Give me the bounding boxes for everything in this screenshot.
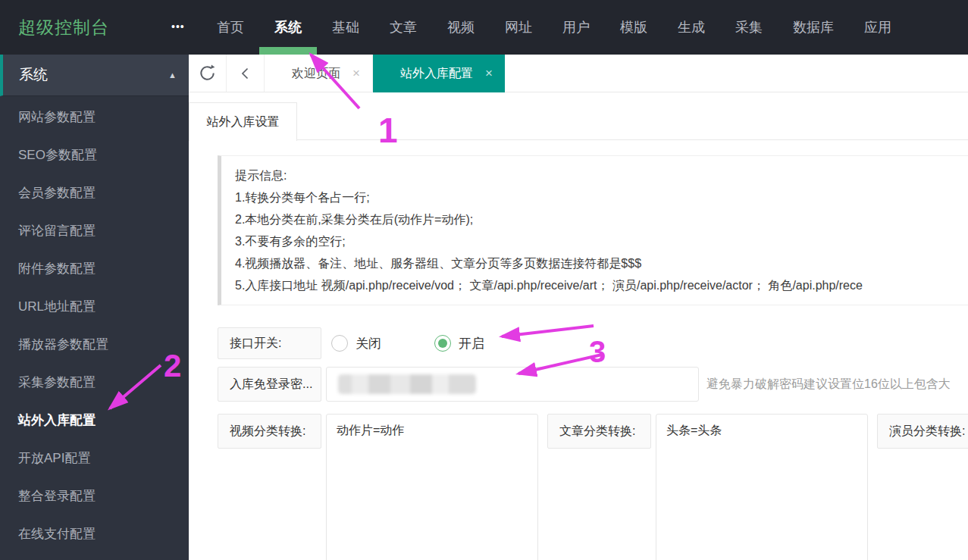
blurred-password-value xyxy=(338,374,476,394)
window-tab-label: 站外入库配置 xyxy=(400,66,473,82)
sidebar-item[interactable]: 附件参数配置 xyxy=(0,250,189,288)
top-nav-item[interactable]: 生成 xyxy=(663,0,720,55)
top-nav-item[interactable]: 基础 xyxy=(317,0,374,55)
chevron-left-icon xyxy=(238,66,253,81)
top-nav-item[interactable]: 模版 xyxy=(605,0,663,55)
top-nav-item[interactable]: 网址 xyxy=(490,0,547,55)
radio-off-label: 关闭 xyxy=(356,335,381,352)
sidebar: 系统 ▲ 网站参数配置 SEO参数配置 会员参数配置 评论留言配置 附件参数配置… xyxy=(0,55,189,560)
sidebar-item[interactable]: 网站参数配置 xyxy=(0,99,189,136)
category-convert-textarea[interactable]: 头条=头条 xyxy=(656,414,868,560)
sidebar-item[interactable]: 站外入库配置 xyxy=(0,402,189,440)
app-logo: 超级控制台 xyxy=(18,0,109,55)
nav-more-toggle[interactable]: ••• xyxy=(171,0,185,55)
sidebar-group-header[interactable]: 系统 ▲ xyxy=(0,55,189,96)
sidebar-item[interactable]: 播放器参数配置 xyxy=(0,326,189,364)
main-content: 站外入库设置 提示信息: 1.转换分类每个各占一行; 2.本地分类在前,采集分类… xyxy=(189,92,968,560)
sidebar-menu: 网站参数配置 SEO参数配置 会员参数配置 评论留言配置 附件参数配置 URL地… xyxy=(0,96,189,553)
sidebar-item[interactable]: SEO参数配置 xyxy=(0,136,189,174)
top-nav-item[interactable]: 首页 xyxy=(202,0,259,55)
window-tabbar: 欢迎页面 × 站外入库配置 × xyxy=(189,55,968,92)
api-switch-radios: 关闭 开启 xyxy=(331,327,484,359)
window-tabs: 欢迎页面 × 站外入库配置 × xyxy=(265,55,505,92)
refresh-button[interactable] xyxy=(189,55,227,92)
radio-on-label: 开启 xyxy=(459,335,484,352)
sidebar-item[interactable]: 整合登录配置 xyxy=(0,477,189,515)
api-switch-label: 接口开关: xyxy=(218,327,321,359)
category-convert-label: 演员分类转换: xyxy=(877,414,968,449)
notice-line: 4.视频播放器、备注、地址、服务器组、文章分页等多页数据连接符都是$$$ xyxy=(235,252,968,274)
radio-off-circle xyxy=(331,335,348,352)
sidebar-group-title: 系统 xyxy=(3,65,168,85)
password-input[interactable] xyxy=(326,367,699,402)
top-nav-item[interactable]: 应用 xyxy=(849,0,907,55)
sidebar-item[interactable]: URL地址配置 xyxy=(0,288,189,326)
radio-on[interactable]: 开启 xyxy=(434,335,484,352)
collapse-caret-icon: ▲ xyxy=(168,70,189,80)
radio-on-circle xyxy=(434,335,451,352)
refresh-icon xyxy=(197,63,218,83)
notice-title: 提示信息: xyxy=(235,164,968,186)
category-convert-label: 视频分类转换: xyxy=(218,414,321,449)
tab-site-external-settings[interactable]: 站外入库设置 xyxy=(189,102,297,141)
window-tab-label: 欢迎页面 xyxy=(292,66,340,82)
top-nav-menu: 首页 系统 基础 文章 视频 网址 用户 模版 生成 采集 数据库 应用 xyxy=(202,0,907,55)
sidebar-item[interactable]: 评论留言配置 xyxy=(0,212,189,250)
radio-off[interactable]: 关闭 xyxy=(331,335,381,352)
notice-line: 2.本地分类在前,采集分类在后(动作片=动作); xyxy=(235,208,968,230)
sidebar-item[interactable]: 在线支付配置 xyxy=(0,515,189,553)
password-label: 入库免登录密... xyxy=(218,367,321,402)
notice-lines: 1.转换分类每个各占一行; 2.本地分类在前,采集分类在后(动作片=动作); 3… xyxy=(235,186,968,296)
window-tab[interactable]: 欢迎页面 × xyxy=(265,55,373,92)
sidebar-item[interactable]: 开放API配置 xyxy=(0,440,189,477)
top-nav-item[interactable]: 系统 xyxy=(259,0,317,55)
category-convert-group: 文章分类转换: 头条=头条 xyxy=(547,414,868,560)
sidebar-item[interactable]: 会员参数配置 xyxy=(0,174,189,212)
top-nav-item[interactable]: 采集 xyxy=(720,0,778,55)
notice-line: 5.入库接口地址 视频/api.php/receive/vod； 文章/api.… xyxy=(235,274,968,296)
top-nav-item[interactable]: 用户 xyxy=(547,0,605,55)
close-icon[interactable]: × xyxy=(352,66,360,81)
top-nav-item[interactable]: 视频 xyxy=(432,0,490,55)
notice-box: 提示信息: 1.转换分类每个各占一行; 2.本地分类在前,采集分类在后(动作片=… xyxy=(218,155,968,305)
category-convert-textarea[interactable]: 动作片=动作 xyxy=(326,414,538,560)
window-tab[interactable]: 站外入库配置 × xyxy=(373,55,505,92)
password-hint: 避免暴力破解密码建议设置位16位以上包含大 xyxy=(706,367,951,402)
category-convert-group: 演员分类转换: xyxy=(877,414,968,560)
notice-line: 3.不要有多余的空行; xyxy=(235,230,968,252)
category-convert-row: 视频分类转换: 动作片=动作 文章分类转换: 头条=头条 演员分类转换: xyxy=(218,414,968,560)
notice-line: 1.转换分类每个各占一行; xyxy=(235,186,968,208)
top-nav-item[interactable]: 文章 xyxy=(374,0,432,55)
top-navbar: 超级控制台 ••• 首页 系统 基础 文章 视频 网址 用户 模版 生成 采集 … xyxy=(0,0,968,55)
page-tab-strip: 站外入库设置 xyxy=(189,92,968,140)
category-convert-label: 文章分类转换: xyxy=(547,414,651,449)
category-convert-group: 视频分类转换: 动作片=动作 xyxy=(218,414,538,560)
sidebar-item[interactable]: 采集参数配置 xyxy=(0,364,189,402)
top-nav-item[interactable]: 数据库 xyxy=(778,0,849,55)
close-icon[interactable]: × xyxy=(485,66,493,81)
tab-scroll-left-button[interactable] xyxy=(227,55,265,92)
